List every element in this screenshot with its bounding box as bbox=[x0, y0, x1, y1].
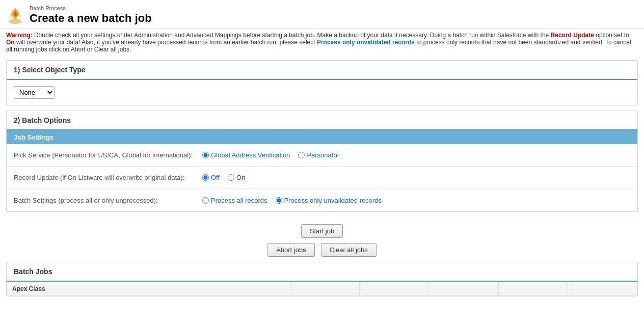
warning-highlight3: Process only unvalidated records bbox=[317, 39, 415, 46]
global-address-radio[interactable] bbox=[202, 152, 209, 158]
off-label: Off bbox=[211, 174, 220, 181]
process-unvalidated-option[interactable]: Process only unvalidated records bbox=[276, 197, 382, 204]
header-subtitle: Batch Process bbox=[30, 5, 152, 11]
header-text: Batch Process Create a new batch job bbox=[30, 5, 152, 25]
start-job-button[interactable]: Start job bbox=[301, 224, 343, 238]
warning-text1: Double check all your settings under Adm… bbox=[33, 32, 551, 39]
clear-all-jobs-button[interactable]: Clear all jobs bbox=[321, 243, 377, 257]
process-unvalidated-radio[interactable] bbox=[276, 197, 282, 204]
batch-jobs-heading: Batch Jobs bbox=[7, 262, 637, 282]
warning-highlight2: On bbox=[6, 39, 15, 46]
col-apex-class: Apex Class bbox=[7, 282, 290, 296]
personator-label: Personator bbox=[307, 151, 339, 159]
batch-jobs-section: Batch Jobs Apex Class bbox=[6, 262, 638, 296]
batch-settings-options: Process all records Process only unvalid… bbox=[202, 197, 630, 204]
page-title: Create a new batch job bbox=[30, 12, 152, 25]
process-unvalidated-label: Process only unvalidated records bbox=[284, 197, 382, 204]
personator-option[interactable]: Personator bbox=[298, 151, 339, 159]
warning-text2: option set to bbox=[594, 32, 629, 39]
pick-service-options: Global Address Verification Personator bbox=[202, 151, 630, 159]
batch-process-icon bbox=[6, 6, 24, 24]
buttons-area: Start job Abort jobs Clear all jobs bbox=[6, 217, 638, 262]
batch-jobs-table: Apex Class bbox=[7, 282, 637, 296]
off-option[interactable]: Off bbox=[202, 174, 220, 181]
warning-highlight1: Record Update bbox=[551, 32, 594, 39]
global-address-label: Global Address Verification bbox=[211, 151, 290, 159]
batch-settings-row: Batch Settings (process all or only unpr… bbox=[7, 189, 637, 211]
warning-message: Warning: Double check all your settings … bbox=[0, 28, 644, 57]
col-4 bbox=[429, 282, 498, 296]
pick-service-label: Pick Service (Personator for US/CA, Glob… bbox=[14, 151, 202, 159]
secondary-buttons: Abort jobs Clear all jobs bbox=[6, 243, 638, 257]
section2-heading: 2) Batch Options bbox=[7, 111, 637, 130]
section-batch-options: 2) Batch Options Job Settings Pick Servi… bbox=[6, 111, 638, 212]
on-label: On bbox=[236, 174, 245, 181]
col-5 bbox=[498, 282, 568, 296]
process-all-option[interactable]: Process all records bbox=[202, 197, 267, 204]
pick-service-row: Pick Service (Personator for US/CA, Glob… bbox=[7, 144, 637, 167]
job-settings-bar: Job Settings bbox=[7, 130, 637, 144]
record-update-label: Record Update (if On Listware will overw… bbox=[14, 174, 202, 181]
object-type-select[interactable]: None bbox=[14, 86, 55, 99]
svg-point-0 bbox=[9, 19, 21, 24]
col-6 bbox=[568, 282, 637, 296]
col-2 bbox=[290, 282, 359, 296]
global-address-option[interactable]: Global Address Verification bbox=[202, 151, 290, 159]
main-content: 1) Select Object Type None 2) Batch Opti… bbox=[0, 57, 644, 305]
section1-heading: 1) Select Object Type bbox=[7, 61, 637, 80]
warning-text3: will overwrite your data! Also, if you'v… bbox=[15, 39, 317, 46]
process-all-label: Process all records bbox=[211, 197, 267, 204]
col-3 bbox=[360, 282, 429, 296]
on-option[interactable]: On bbox=[228, 174, 245, 181]
page-header: Batch Process Create a new batch job bbox=[0, 0, 644, 28]
on-radio[interactable] bbox=[228, 174, 234, 181]
warning-label: Warning: bbox=[6, 32, 33, 39]
personator-radio[interactable] bbox=[298, 152, 305, 158]
section-select-object: 1) Select Object Type None bbox=[6, 60, 638, 105]
off-radio[interactable] bbox=[202, 174, 209, 181]
abort-jobs-button[interactable]: Abort jobs bbox=[267, 243, 315, 257]
record-update-options: Off On bbox=[202, 174, 630, 181]
batch-settings-label: Batch Settings (process all or only unpr… bbox=[14, 197, 202, 204]
record-update-row: Record Update (if On Listware will overw… bbox=[7, 167, 637, 189]
table-header-row: Apex Class bbox=[7, 282, 637, 296]
process-all-radio[interactable] bbox=[202, 197, 209, 204]
section1-body: None bbox=[7, 80, 637, 105]
